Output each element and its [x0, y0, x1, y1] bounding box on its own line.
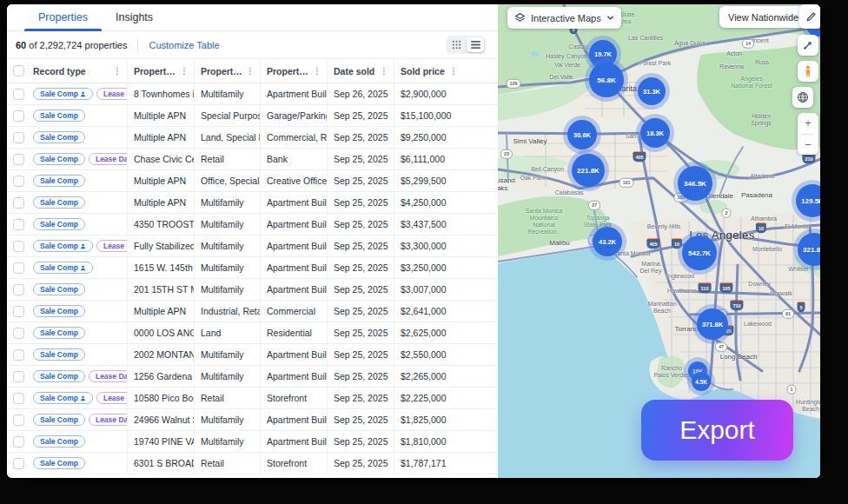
sale-comp-badge[interactable]: Sale Comp: [33, 283, 85, 295]
row-checkbox[interactable]: [13, 284, 24, 295]
map-cluster[interactable]: 30.6K: [567, 120, 597, 149]
measure-icon-button[interactable]: [798, 35, 818, 56]
sale-comp-badge[interactable]: Sale Comp: [33, 370, 85, 382]
sale-comp-badge[interactable]: Sale Comp: [33, 131, 85, 143]
sale-comp-badge[interactable]: Sale Comp: [33, 348, 85, 361]
column-menu-icon[interactable]: ⋮: [447, 66, 463, 76]
lease-data-badge[interactable]: Lease Data: [96, 392, 127, 404]
interactive-maps-dropdown[interactable]: Interactive Maps: [507, 7, 621, 29]
row-checkbox[interactable]: [13, 154, 24, 165]
row-checkbox[interactable]: [13, 241, 24, 252]
lease-data-badge[interactable]: Lease Data: [96, 88, 127, 100]
export-button[interactable]: Export: [641, 400, 793, 461]
row-checkbox[interactable]: [13, 219, 24, 230]
customize-table-link[interactable]: Customize Table: [149, 40, 219, 50]
sale-comp-badge[interactable]: Sale Comp: [33, 153, 85, 165]
row-checkbox[interactable]: [13, 262, 24, 274]
date-sold-cell: Sep 25, 2025: [327, 301, 394, 322]
pegman-street-view-button[interactable]: [798, 61, 818, 82]
zoom-out-button[interactable]: −: [798, 135, 818, 156]
table-row[interactable]: Sale CompMultiple APNMultifamilyApartmen…: [7, 192, 498, 214]
table-row[interactable]: Sale Comp6301 S BROADWA...RetailStorefro…: [7, 453, 498, 474]
table-row[interactable]: Sale Comp4350 TROOST AV...MultifamilyApa…: [7, 214, 498, 235]
map-cluster[interactable]: 346.5K: [678, 166, 712, 201]
row-checkbox[interactable]: [13, 197, 24, 209]
table-row[interactable]: Sale CompMultiple APNIndustrial, RetailC…: [7, 301, 498, 322]
sale-comp-badge[interactable]: Sale Comp: [33, 392, 93, 404]
map-cluster[interactable]: 4.5K: [692, 372, 711, 391]
select-all-checkbox[interactable]: [13, 65, 24, 76]
row-checkbox[interactable]: [13, 414, 24, 426]
row-checkbox[interactable]: [13, 349, 24, 361]
sale-comp-badge[interactable]: Sale Comp: [33, 262, 93, 274]
sale-comp-badge[interactable]: Sale Comp: [33, 457, 85, 469]
header-checkbox-cell: [7, 59, 30, 83]
sale-comp-badge[interactable]: Sale Comp: [33, 196, 85, 209]
sale-comp-badge[interactable]: Sale Comp: [33, 327, 85, 339]
table-row[interactable]: Sale Comp201 15TH ST MAN...MultifamilyAp…: [7, 279, 498, 301]
sale-comp-badge[interactable]: Sale Comp: [33, 218, 85, 230]
row-checkbox[interactable]: [13, 393, 24, 404]
property-name-cell: Multiple APN: [127, 170, 194, 191]
column-menu-icon[interactable]: ⋮: [111, 66, 127, 76]
row-checkbox[interactable]: [13, 306, 24, 317]
column-menu-icon[interactable]: ⋮: [378, 66, 394, 76]
map-cluster[interactable]: 321.8K: [798, 233, 820, 266]
table-row[interactable]: Sale CompLease Data8 Townhomes in N...Mu…: [7, 83, 498, 105]
sale-comp-badge[interactable]: Sale Comp: [33, 175, 85, 187]
row-checkbox[interactable]: [13, 132, 24, 143]
row-checkbox[interactable]: [13, 328, 24, 339]
draw-pencil-button[interactable]: [799, 4, 820, 29]
map-cluster[interactable]: 542.7K: [682, 235, 717, 270]
map-panel[interactable]: Castaic Lake State Recreation AreaCastai…: [498, 4, 820, 478]
sale-comp-badge[interactable]: Sale Comp: [33, 305, 85, 317]
table-row[interactable]: Sale CompMultiple APNOffice, Special Pur…: [7, 170, 498, 192]
table-row[interactable]: Sale CompLease DataFully Stabilized, Lu.…: [7, 235, 498, 257]
column-menu-icon[interactable]: ⋮: [311, 66, 327, 76]
column-menu-icon[interactable]: ⋮: [178, 66, 194, 76]
map-cluster[interactable]: 43.2K: [593, 227, 622, 256]
view-nationwide-button[interactable]: View Nationwide: [719, 6, 807, 28]
column-menu-icon[interactable]: ⋮: [244, 66, 260, 76]
table-row[interactable]: Sale Comp2002 MONTANA A...MultifamilyApa…: [7, 344, 498, 366]
table-row[interactable]: Sale Comp1615 W. 145th StreetMultifamily…: [7, 257, 498, 279]
column-header: Date sold⋮: [327, 59, 394, 83]
tab-insights[interactable]: Insights: [102, 4, 167, 30]
lease-data-badge[interactable]: Lease Data: [96, 240, 127, 252]
sale-comp-badge[interactable]: Sale Comp: [33, 109, 85, 122]
property-type-cell: Multifamily: [194, 257, 260, 278]
row-checkbox[interactable]: [13, 371, 24, 382]
table-row[interactable]: Sale CompMultiple APNSpecial Purpose, In…: [7, 105, 498, 127]
table-row[interactable]: Sale Comp0000 LOS ANGEL...LandResidentia…: [7, 322, 498, 344]
sale-comp-badge[interactable]: Sale Comp: [33, 414, 85, 426]
table-row[interactable]: Sale CompLease Data10580 Pico Boulev...R…: [7, 388, 498, 409]
row-checkbox[interactable]: [13, 176, 24, 187]
zoom-in-button[interactable]: +: [798, 113, 818, 134]
sale-comp-badge[interactable]: Sale Comp: [33, 88, 93, 100]
table-row[interactable]: Sale Comp19740 PINE VALLE...MultifamilyA…: [7, 431, 498, 453]
map-cluster[interactable]: 18.3K: [640, 118, 670, 148]
globe-button[interactable]: [792, 87, 813, 108]
table-row[interactable]: Sale CompLease Data24966 Walnut StMultif…: [7, 409, 498, 431]
row-checkbox[interactable]: [13, 110, 24, 122]
tab-properties[interactable]: Properties: [24, 4, 102, 30]
table-row[interactable]: Sale CompLease Data1256 Gardena Blvd...M…: [7, 366, 498, 388]
map-cluster[interactable]: 56.8K: [589, 63, 624, 97]
lease-data-badge[interactable]: Lease Data: [89, 153, 127, 165]
row-checkbox[interactable]: [13, 458, 24, 469]
table-row[interactable]: Sale CompMultiple APNLand, Special Purp.…: [7, 127, 498, 149]
row-checkbox[interactable]: [13, 436, 24, 448]
map-cluster[interactable]: 221.8K: [572, 154, 605, 187]
list-view-icon[interactable]: [467, 37, 484, 52]
sale-comp-badge[interactable]: Sale Comp: [33, 435, 85, 448]
lease-data-badge[interactable]: Lease Data: [89, 414, 127, 426]
map-cluster[interactable]: 371.8K: [697, 308, 728, 340]
row-checkbox[interactable]: [13, 89, 24, 100]
map-cluster[interactable]: 129.5K: [796, 184, 820, 217]
sale-comp-badge[interactable]: Sale Comp: [33, 240, 93, 252]
grid-view-icon[interactable]: [447, 37, 465, 52]
record-type-cell: Sale CompLease Data: [30, 235, 127, 256]
lease-data-badge[interactable]: Lease Data: [89, 370, 127, 382]
map-cluster[interactable]: 31.3K: [638, 77, 666, 105]
table-row[interactable]: Sale CompLease DataChase Civic CenterRet…: [7, 149, 498, 170]
